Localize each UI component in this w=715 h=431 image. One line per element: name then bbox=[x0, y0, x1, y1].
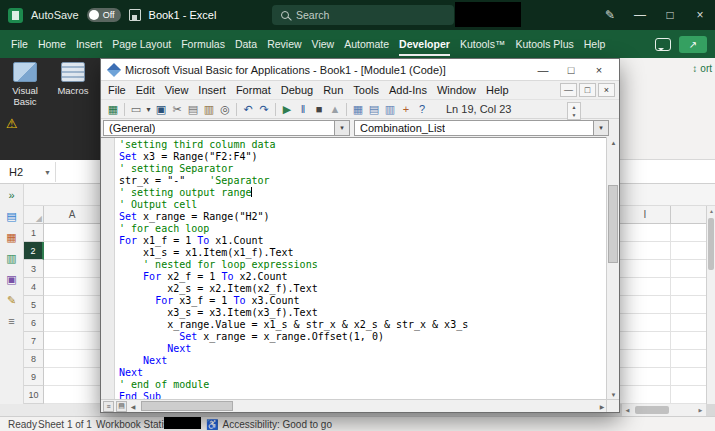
select-all-button[interactable]: ◢ bbox=[24, 206, 44, 223]
scroll-left-icon[interactable]: ◀ bbox=[127, 400, 139, 413]
workbook-pane-icon[interactable]: ▤ bbox=[6, 210, 16, 222]
project-explorer-icon[interactable]: ▦ bbox=[350, 101, 366, 117]
reset-icon[interactable]: ■ bbox=[311, 101, 327, 117]
ribbon-tab-help[interactable]: Help bbox=[579, 30, 611, 58]
sheet-horizontal-scrollbar[interactable]: ◀ ▶ bbox=[622, 404, 706, 416]
cut-icon[interactable]: ✂ bbox=[169, 101, 185, 117]
code-line[interactable]: For x2_f = 1 To x2.Count bbox=[119, 271, 468, 283]
vba-titlebar[interactable]: Microsoft Visual Basic for Applications … bbox=[101, 59, 619, 81]
code-line[interactable]: ' nested for loop expressions bbox=[119, 259, 468, 271]
scrollbar-thumb[interactable] bbox=[708, 218, 714, 270]
vba-close-button[interactable]: × bbox=[585, 60, 613, 80]
procedure-view-button[interactable]: ≡ bbox=[103, 401, 114, 412]
vba-menu-format[interactable]: Format bbox=[231, 84, 276, 96]
code-line[interactable]: str_x = "-" 'Separator bbox=[119, 175, 468, 187]
ribbon-tab-kutools-plus[interactable]: Kutools Plus bbox=[510, 30, 578, 58]
ribbon-tab-kutools-[interactable]: Kutools™ bbox=[455, 30, 511, 58]
accessibility-status[interactable]: ♿ Accessibility: Good to go bbox=[206, 419, 332, 430]
clipboard-pane-icon[interactable]: ▣ bbox=[6, 273, 16, 285]
ribbon-tab-formulas[interactable]: Formulas bbox=[176, 30, 230, 58]
code-line[interactable]: ' setting output range bbox=[119, 187, 468, 199]
titlebar-pen-icon[interactable]: ✎ bbox=[595, 0, 625, 30]
code-line[interactable]: Next bbox=[119, 343, 468, 355]
vba-menu-insert[interactable]: Insert bbox=[193, 84, 231, 96]
sort-button-fragment[interactable]: ↕ ort bbox=[692, 63, 712, 74]
vba-menu-run[interactable]: Run bbox=[318, 84, 348, 96]
expand-pane-icon[interactable]: » bbox=[8, 189, 14, 201]
code-line[interactable]: 'setting third column data bbox=[119, 139, 468, 151]
cell-A3[interactable] bbox=[44, 260, 100, 278]
cell-A4[interactable] bbox=[44, 278, 100, 296]
scrollbar-thumb[interactable] bbox=[635, 406, 669, 414]
ribbon-tab-file[interactable]: File bbox=[6, 30, 33, 58]
share-button[interactable]: ↗ bbox=[679, 36, 707, 53]
sheet-vertical-scrollbar[interactable]: ▲ bbox=[706, 206, 715, 404]
close-button[interactable]: × bbox=[685, 0, 715, 30]
redo-icon[interactable]: ↷ bbox=[256, 101, 272, 117]
code-line[interactable]: x_range.Value = x1_s & str_x & x2_s & st… bbox=[119, 319, 468, 331]
column-list-icon[interactable]: ▥ bbox=[6, 252, 16, 264]
vba-menu-add-ins[interactable]: Add-Ins bbox=[384, 84, 432, 96]
vba-maximize-button[interactable]: □ bbox=[557, 60, 585, 80]
grid-tools-icon[interactable]: ▦ bbox=[6, 231, 16, 243]
vba-menu-tools[interactable]: Tools bbox=[348, 84, 384, 96]
module-restore-button[interactable]: □ bbox=[579, 83, 596, 97]
code-line[interactable]: Set x3 = Range("F2:F4") bbox=[119, 151, 468, 163]
spin-up-icon[interactable]: ▲ bbox=[568, 103, 580, 111]
vba-menu-debug[interactable]: Debug bbox=[276, 84, 318, 96]
code-vertical-scrollbar[interactable]: ▲ ▼ bbox=[606, 137, 619, 401]
column-header-I[interactable]: I bbox=[620, 209, 670, 220]
cell-A9[interactable] bbox=[44, 368, 100, 386]
undo-icon[interactable]: ↶ bbox=[240, 101, 256, 117]
vba-menu-file[interactable]: File bbox=[103, 84, 131, 96]
name-box-dropdown-icon[interactable]: ▼ bbox=[44, 169, 55, 176]
ribbon-tab-home[interactable]: Home bbox=[33, 30, 71, 58]
properties-window-icon[interactable]: ▤ bbox=[366, 101, 382, 117]
scroll-up-icon[interactable]: ▲ bbox=[707, 206, 715, 216]
comments-icon[interactable] bbox=[655, 38, 671, 51]
visual-basic-button[interactable]: Visual Basic bbox=[2, 62, 48, 107]
code-line[interactable]: ' Output cell bbox=[119, 199, 468, 211]
maximize-button[interactable]: □ bbox=[655, 0, 685, 30]
vba-menu-help[interactable]: Help bbox=[481, 84, 514, 96]
code-line[interactable]: x1_s = x1.Item(x1_f).Text bbox=[119, 247, 468, 259]
dropdown-icon[interactable]: ▾ bbox=[593, 121, 608, 135]
row-header-6[interactable]: 6 bbox=[24, 314, 44, 332]
ribbon-tab-automate[interactable]: Automate bbox=[339, 30, 394, 58]
name-box[interactable]: H2 ▼ bbox=[2, 162, 56, 182]
code-line[interactable]: Set x_range = x_range.Offset(1, 0) bbox=[119, 331, 468, 343]
scroll-left-icon[interactable]: ◀ bbox=[622, 404, 633, 416]
cell-A6[interactable] bbox=[44, 314, 100, 332]
column-header-A[interactable]: A bbox=[44, 206, 100, 223]
code-editor[interactable]: 'setting third column dataSet x3 = Range… bbox=[101, 137, 606, 401]
vba-menu-edit[interactable]: Edit bbox=[131, 84, 160, 96]
break-icon[interactable]: ‖ bbox=[295, 101, 311, 117]
row-header-10[interactable]: 10 bbox=[24, 386, 44, 404]
code-line[interactable]: ' end of module bbox=[119, 379, 468, 391]
cell-A7[interactable] bbox=[44, 332, 100, 350]
save-icon[interactable] bbox=[129, 9, 141, 21]
insert-userform-icon[interactable]: ▭ bbox=[128, 101, 144, 117]
row-header-9[interactable]: 9 bbox=[24, 368, 44, 386]
cell-A10[interactable] bbox=[44, 386, 100, 404]
row-header-7[interactable]: 7 bbox=[24, 332, 44, 350]
row-header-1[interactable]: 1 bbox=[24, 224, 44, 242]
code-line[interactable]: x2_s = x2.Item(x2_f).Text bbox=[119, 283, 468, 295]
code-line[interactable]: Set x_range = Range("H2") bbox=[119, 211, 468, 223]
full-module-view-button[interactable]: ▤ bbox=[116, 401, 127, 412]
vba-minimize-button[interactable]: — bbox=[529, 60, 557, 80]
spin-down-icon[interactable]: ▼ bbox=[568, 111, 580, 119]
ribbon-tab-page-layout[interactable]: Page Layout bbox=[107, 30, 176, 58]
copy-icon[interactable]: ▤ bbox=[185, 101, 201, 117]
view-excel-icon[interactable]: ▦ bbox=[105, 101, 121, 117]
search-box[interactable]: Search bbox=[272, 5, 454, 25]
module-minimize-button[interactable]: — bbox=[560, 83, 577, 97]
vba-menu-window[interactable]: Window bbox=[432, 84, 481, 96]
code-line[interactable]: For x3_f = 1 To x3.Count bbox=[119, 295, 468, 307]
paste-icon[interactable]: ▥ bbox=[201, 101, 217, 117]
object-browser-icon[interactable]: ▥ bbox=[382, 101, 398, 117]
row-header-8[interactable]: 8 bbox=[24, 350, 44, 368]
settings-icon[interactable]: ≡ bbox=[8, 315, 14, 327]
code-line[interactable]: Next bbox=[119, 355, 468, 367]
dropdown-icon[interactable]: ▾ bbox=[334, 121, 349, 135]
